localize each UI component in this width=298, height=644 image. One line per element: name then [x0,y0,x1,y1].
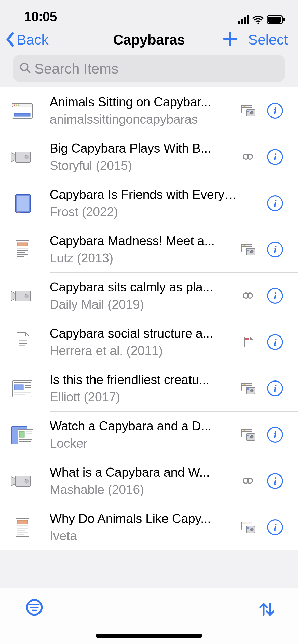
article-thumbnail-icon [10,238,34,262]
info-icon: i [267,427,283,443]
link-attachment-icon [238,150,259,164]
item-title: Capybara Is Friends with Everyone [50,187,238,202]
list-item[interactable]: What is a Capybara and W...Mashable (201… [0,458,298,504]
search-icon [19,62,31,75]
item-text: Capybara Is Friends with EveryoneFrost (… [50,187,238,219]
pdf-attachment-icon [238,335,259,349]
video-thumbnail-icon [10,469,34,493]
info-button[interactable]: i [265,427,285,443]
item-text: Animals Sitting on Capybar...animalssitt… [50,95,238,127]
item-subtitle: Locker [50,436,238,451]
info-button[interactable]: i [265,242,285,257]
item-title: Animals Sitting on Capybar... [50,95,238,109]
item-text: Capybara social structure a...Herrera et… [50,326,238,358]
snapshot-attachment-icon [238,428,259,442]
item-title: Capybara social structure a... [50,326,238,341]
info-button[interactable]: i [265,195,285,211]
home-indicator [96,634,202,638]
item-text: Why Do Animals Like Capy...Iveta [50,511,238,543]
link-attachment-icon [238,474,259,488]
battery-icon [267,15,285,24]
list-item[interactable]: Capybara Madness! Meet a...Lutz (2013)i [0,226,298,273]
select-button[interactable]: Select [248,31,288,48]
item-title: Is this the friendliest creatu... [50,372,238,387]
info-button[interactable]: i [265,334,285,350]
status-time: 10:05 [24,9,57,24]
snapshot-attachment-icon [238,520,259,534]
search-container [0,52,298,87]
item-subtitle: Mashable (2016) [50,482,238,497]
list-item[interactable]: Big Capybara Plays With B...Storyful (20… [0,134,298,180]
item-subtitle: Iveta [50,529,238,543]
search-field[interactable] [13,55,285,82]
list-item[interactable]: Is this the friendliest creatu...Elliott… [0,365,298,412]
chevron-left-icon [5,32,15,47]
info-button[interactable]: i [265,473,285,489]
list-item[interactable]: Capybara social structure a...Herrera et… [0,319,298,365]
snapshot-attachment-icon [238,242,259,257]
navigation-bar: Back Capybaras Select [0,27,298,52]
item-text: Is this the friendliest creatu...Elliott… [50,372,238,404]
item-text: Watch a Capybara and a D...Locker [50,419,238,451]
item-subtitle: Lutz (2013) [50,251,238,266]
list-item[interactable]: Capybara Is Friends with EveryoneFrost (… [0,180,298,226]
info-icon: i [267,288,283,304]
info-icon: i [267,519,283,535]
svg-rect-1 [268,17,281,23]
video-thumbnail-icon [10,145,34,169]
item-title: Capybara Madness! Meet a... [50,233,238,248]
item-text: Capybara Madness! Meet a...Lutz (2013) [50,233,238,266]
info-icon: i [267,103,283,119]
cellular-icon [238,15,249,24]
info-icon: i [267,242,283,257]
list-item[interactable]: Why Do Animals Like Capy...Ivetai [0,504,298,550]
news-thumbnail-icon [10,376,34,401]
item-subtitle: animalssittingoncapybaras [50,112,238,127]
item-title: Big Capybara Plays With B... [50,141,238,156]
document-thumbnail-icon [10,330,34,354]
item-subtitle: Storyful (2015) [50,158,238,173]
info-icon: i [267,380,283,396]
item-list[interactable]: Animals Sitting on Capybar...animalssitt… [0,87,298,550]
item-text: What is a Capybara and W...Mashable (201… [50,465,238,497]
status-indicators [238,15,285,24]
info-icon: i [267,149,283,165]
info-icon: i [267,195,283,211]
info-button[interactable]: i [265,380,285,396]
info-button[interactable]: i [265,519,285,535]
search-input[interactable] [34,60,279,77]
item-title: What is a Capybara and W... [50,465,238,480]
news-alt-thumbnail-icon [10,423,34,447]
status-bar: 10:05 [0,0,298,27]
item-text: Big Capybara Plays With B...Storyful (20… [50,141,238,173]
list-item[interactable]: Capybara sits calmly as pla...Daily Mail… [0,273,298,319]
snapshot-attachment-icon [238,104,259,118]
link-attachment-icon [238,289,259,303]
item-title: Watch a Capybara and a D... [50,419,238,433]
item-title: Capybara sits calmly as pla... [50,280,238,295]
item-text: Capybara sits calmly as pla...Daily Mail… [50,280,238,312]
list-item[interactable]: Watch a Capybara and a D...Lockeri [0,412,298,458]
snapshot-attachment-icon [238,381,259,396]
svg-rect-2 [283,18,285,21]
article-thumbnail-icon [10,515,34,539]
info-icon: i [267,334,283,350]
video-thumbnail-icon [10,284,34,308]
item-subtitle: Herrera et al. (2011) [50,343,238,358]
filter-button[interactable] [25,598,43,617]
item-subtitle: Frost (2022) [50,204,238,219]
item-subtitle: Daily Mail (2019) [50,297,238,312]
sort-button[interactable] [256,598,278,621]
list-item[interactable]: Animals Sitting on Capybar...animalssitt… [0,87,298,134]
back-button[interactable]: Back [5,31,49,48]
info-button[interactable]: i [265,288,285,304]
info-button[interactable]: i [265,149,285,165]
webpage-thumbnail-icon [10,99,34,123]
page-title: Capybaras [113,32,185,48]
add-button[interactable] [223,31,238,48]
info-button[interactable]: i [265,103,285,119]
info-icon: i [267,473,283,489]
wifi-icon [252,15,264,24]
item-title: Why Do Animals Like Capy... [50,511,238,526]
item-subtitle: Elliott (2017) [50,390,238,404]
